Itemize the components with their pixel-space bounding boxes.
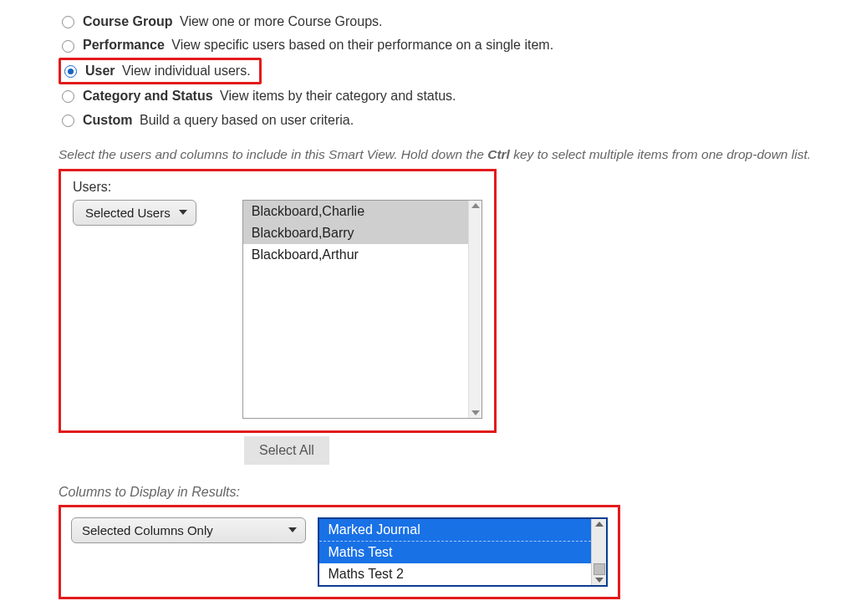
radio-icon	[62, 115, 74, 127]
radio-category-status[interactable]: Category and Status View items by their …	[59, 84, 856, 108]
radio-label-wrap: User View individual users.	[85, 62, 251, 80]
users-option-charlie[interactable]: Blackboard,Charlie	[243, 201, 468, 222]
users-section-highlight: Users: Selected Users Blackboard,Charlie…	[59, 169, 497, 433]
radio-icon	[62, 16, 74, 28]
users-dropdown-value: Selected Users	[85, 206, 171, 220]
columns-listbox[interactable]: Marked Journal Maths Test Maths Test 2	[318, 517, 608, 587]
radio-user-highlight: User View individual users.	[59, 58, 262, 84]
instruction-key: Ctrl	[487, 147, 510, 161]
users-label: Users:	[73, 180, 482, 195]
chevron-down-icon	[288, 527, 297, 532]
columns-option-maths-test[interactable]: Maths Test	[319, 542, 591, 563]
select-all-button[interactable]: Select All	[244, 436, 329, 465]
radio-title: Category and Status	[83, 89, 213, 103]
radio-desc: View individual users.	[122, 64, 251, 78]
users-option-arthur[interactable]: Blackboard,Arthur	[243, 244, 468, 266]
instruction-pre: Select the users and columns to include …	[59, 147, 487, 161]
radio-user[interactable]: User View individual users.	[64, 62, 251, 80]
radio-title: Performance	[83, 38, 165, 52]
radio-label-wrap: Category and Status View items by their …	[83, 87, 456, 105]
radio-course-group[interactable]: Course Group View one or more Course Gro…	[59, 10, 856, 33]
columns-dropdown-value: Selected Columns Only	[82, 523, 213, 537]
instruction-text: Select the users and columns to include …	[59, 147, 856, 162]
scroll-thumb[interactable]	[594, 563, 605, 575]
users-listbox[interactable]: Blackboard,Charlie Blackboard,Barry Blac…	[242, 200, 482, 419]
users-option-barry[interactable]: Blackboard,Barry	[243, 222, 468, 244]
radio-title: Course Group	[83, 14, 173, 28]
radio-icon	[62, 90, 74, 103]
radio-label-wrap: Custom Build a query based on user crite…	[83, 111, 354, 130]
columns-option-maths-test-2[interactable]: Maths Test 2	[319, 563, 591, 585]
scroll-down-icon[interactable]	[595, 578, 604, 583]
scroll-up-icon[interactable]	[471, 203, 480, 208]
scroll-down-icon[interactable]	[471, 410, 480, 415]
radio-icon	[64, 65, 77, 78]
instruction-post: key to select multiple items from one dr…	[510, 147, 811, 161]
scroll-up-icon[interactable]	[595, 522, 604, 527]
columns-scrollbar[interactable]	[591, 519, 606, 585]
radio-title: User	[85, 64, 115, 78]
columns-dropdown[interactable]: Selected Columns Only	[71, 517, 306, 543]
radio-custom[interactable]: Custom Build a query based on user crite…	[59, 109, 856, 132]
radio-title: Custom	[83, 113, 133, 127]
radio-performance[interactable]: Performance View specific users based on…	[59, 33, 856, 57]
columns-option-marked-journal[interactable]: Marked Journal	[319, 519, 591, 542]
radio-desc: Build a query based on user criteria.	[140, 113, 354, 127]
radio-label-wrap: Course Group View one or more Course Gro…	[83, 13, 383, 31]
radio-desc: View specific users based on their perfo…	[171, 38, 553, 52]
radio-label-wrap: Performance View specific users based on…	[83, 36, 553, 54]
chevron-down-icon	[179, 210, 187, 215]
users-scrollbar[interactable]	[468, 201, 482, 418]
columns-section-highlight: Selected Columns Only Marked Journal Mat…	[59, 505, 620, 599]
columns-section-label: Columns to Display in Results:	[59, 485, 856, 500]
radio-desc: View one or more Course Groups.	[180, 14, 382, 28]
radio-icon	[62, 40, 74, 53]
view-type-radio-group: Course Group View one or more Course Gro…	[59, 10, 856, 132]
radio-desc: View items by their category and status.	[220, 89, 456, 103]
users-dropdown[interactable]: Selected Users	[73, 200, 196, 226]
